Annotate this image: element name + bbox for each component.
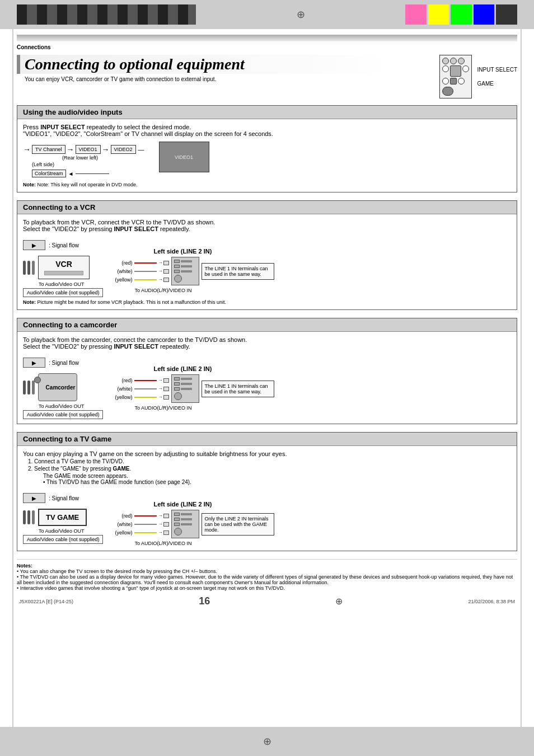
note-item-2: • The TV/DVD can also be used as a displ… (17, 574, 517, 585)
cam-side-note: The LINE 1 IN terminals can be used in t… (202, 381, 274, 397)
vcr-wire-section: Left side (LINE 2 IN) (red) (white) (yel… (109, 248, 274, 293)
tvgame-wire-section: Left side (LINE 2 IN) (red) (white) (yel… (109, 501, 274, 546)
panel-row3 (174, 270, 196, 273)
cam-white-label: (white) (109, 386, 132, 392)
bottom-crosshair-icon: ⊕ (263, 735, 271, 748)
cam-yellow-label: (yellow) (109, 395, 132, 400)
jack-yellow (163, 278, 169, 282)
jack-white (163, 269, 169, 274)
crosshair-icon (295, 9, 306, 20)
cam-panel-r3 (174, 387, 196, 391)
vcr-plug-row (23, 261, 35, 275)
section-tvgame: Connecting to a TV Game You can enjoy pl… (17, 432, 517, 551)
cam-jack-red (163, 378, 169, 383)
tg-panel-r2 (174, 518, 196, 521)
camcorder-lens (34, 377, 41, 383)
tg-plug1 (23, 510, 26, 524)
vcr-yellow-label: (yellow) (109, 277, 132, 283)
colorstream-label: ColorStream (32, 170, 66, 177)
camcorder-signal-flow: : Signal flow (23, 358, 103, 368)
tg-panel-r1 (174, 513, 196, 516)
colorstream-arrow: ◄ (68, 171, 74, 177)
camcorder-color-labels: (red) (white) (yellow) (109, 378, 132, 400)
jack-red (163, 261, 169, 265)
top-rule (17, 35, 517, 41)
flow-tvchannel: TV Channel (32, 145, 65, 154)
tg-red-label: (red) (109, 513, 132, 519)
tvgame-left: : Signal flow TV GAME (23, 490, 103, 544)
camcorder-body-shape: Camcorder (38, 373, 77, 401)
cam-wire-y (134, 397, 157, 398)
camcorder-to-audio-out: To Audio/Video OUT (39, 403, 103, 409)
camcorder-body2: Select the "VIDEO2" by pressing INPUT SE… (23, 343, 511, 350)
title-text-block: Connecting to optional equipment You can… (17, 55, 394, 82)
plug1 (23, 261, 26, 275)
tg-to-audio-in: To AUDIO(L/R)/VIDEO IN (134, 541, 191, 546)
tvgame-wire-row: (red) (white) (yellow) → (109, 510, 274, 538)
camcorder-wire-section: Left side (LINE 2 IN) (red) (white) (yel… (109, 365, 274, 411)
cam-plug3 (32, 381, 35, 395)
page-title-block: Connecting to optional equipment You can… (17, 55, 517, 98)
video1-text: VIDEO1 (175, 154, 193, 160)
left-side-note: — (138, 146, 144, 153)
note-item-1: • You can also change the TV screen to t… (17, 569, 517, 574)
cam-wire-r (134, 380, 157, 381)
flow-video1: VIDEO1 (76, 145, 101, 154)
arrow2: → (102, 145, 110, 154)
wire-red (134, 262, 157, 264)
audio-body2: "VIDEO1", "VIDEO2", "ColorStream" or TV … (23, 130, 511, 137)
colorstream-row: ColorStream ◄ (23, 170, 144, 177)
tvgame-device-box: TV GAME (38, 509, 87, 526)
vcr-signal-label: : Signal flow (49, 242, 79, 248)
plug2 (27, 261, 30, 275)
panel-row2 (174, 265, 196, 268)
page-footer: J5X00221A [E] (P14-25) 16 ⊕ 21/02/2006, … (17, 595, 517, 607)
cam-wire-yellow: → (134, 395, 169, 400)
input-select-label: INPUT SELECT (477, 67, 518, 73)
footer-right: 21/02/2006, 8:38 PM (468, 599, 515, 604)
cam-panel-r4 (174, 392, 196, 400)
flow-video2: VIDEO2 (111, 145, 136, 154)
tg-wire-red: → (134, 513, 169, 518)
top-bar-color-blocks (405, 4, 517, 25)
tg-side-note: Only the LINE 2 IN terminals can be used… (202, 513, 274, 536)
title-subtitle: You can enjoy VCR, camcorder or TV game … (25, 76, 394, 82)
vcr-to-audio-in: To AUDIO(L/R)/VIDEO IN (134, 288, 191, 293)
tvgame-label: TV GAME (46, 513, 79, 522)
audio-flow-diagram: → TV Channel → VIDEO1 → VIDEO2 — (Rear l… (23, 142, 511, 177)
section-vcr-body: To playback from the VCR, connect the VC… (17, 214, 517, 309)
cam-jack-yellow (163, 395, 169, 400)
signal-arrow-tvgame (23, 493, 45, 503)
vcr-side-note: The LINE 1 IN terminals can be used in t… (202, 263, 274, 280)
notes-section: Notes: • You can also change the TV scre… (17, 559, 517, 591)
audio-note: Note: Note: This key will not operate in… (23, 182, 511, 187)
camcorder-cable-row: Audio/Video cable (not supplied) (23, 410, 103, 419)
section-camcorder-header: Connecting to a camcorder (17, 318, 517, 332)
cam-wire-white: → (134, 386, 169, 391)
tg-plug2 (27, 510, 30, 524)
camcorder-plug-row (23, 381, 35, 395)
plug3 (32, 261, 35, 275)
top-decorative-bar (0, 0, 534, 29)
camcorder-body1: To playback from the camcorder, connect … (23, 336, 511, 343)
camcorder-device: Camcorder (38, 373, 77, 401)
camcorder-left-side-label: Left side (LINE 2 IN) (153, 365, 212, 372)
color-block-yellow (428, 4, 449, 25)
cam-jack-white (163, 387, 169, 391)
color-block-dark (496, 4, 517, 25)
color-block-green (451, 4, 472, 25)
tg-plug3 (32, 510, 35, 524)
tg-panel-r4 (174, 528, 196, 536)
bottom-decorative-bar: ⊕ (0, 727, 534, 756)
tg-white-label: (white) (109, 522, 132, 527)
cam-to-audio-in: To AUDIO(L/R)/VIDEO IN (134, 405, 191, 411)
cam-wire-red: → (134, 378, 169, 383)
wire-yellow (134, 279, 157, 280)
tvgame-game-mode: The GAME mode screen appears. (43, 473, 511, 479)
footer-left: J5X00221A [E] (P14-25) (19, 599, 73, 604)
tvgame-device-row: TV GAME (23, 509, 103, 526)
vcr-to-audio-out: To Audio/Video OUT (39, 281, 103, 287)
vcr-plugs (23, 261, 35, 275)
tg-yellow-label: (yellow) (109, 530, 132, 536)
camcorder-plugs (23, 381, 35, 395)
